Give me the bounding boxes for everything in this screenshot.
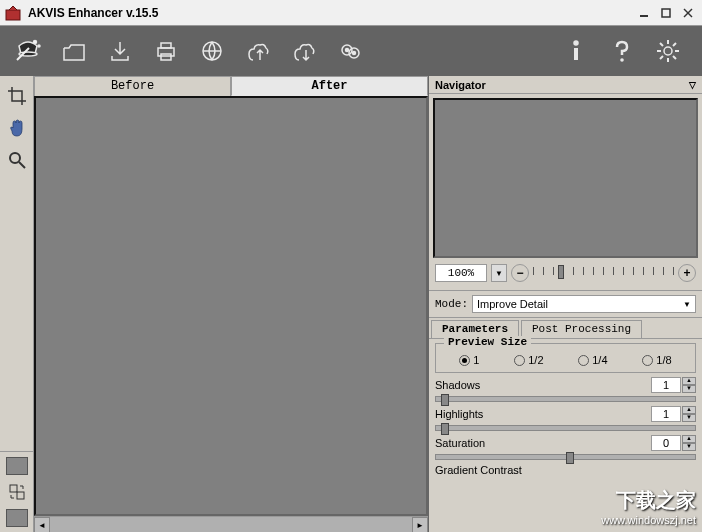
svg-line-22	[19, 162, 25, 168]
zoom-dropdown-icon[interactable]: ▼	[491, 264, 507, 282]
preview-size-eighth[interactable]: 1/8	[642, 354, 671, 366]
image-canvas[interactable]	[34, 96, 428, 516]
navigator-canvas[interactable]	[433, 98, 698, 258]
svg-point-17	[574, 41, 578, 45]
window-title: AKVIS Enhancer v.15.5	[28, 6, 632, 20]
wizard-icon[interactable]	[8, 31, 48, 71]
shadows-value[interactable]: 1	[651, 377, 681, 393]
print-icon[interactable]	[146, 31, 186, 71]
saturation-label: Saturation	[435, 437, 485, 449]
svg-rect-23	[10, 485, 17, 492]
svg-rect-24	[17, 492, 24, 499]
preview-size-legend: Preview Size	[444, 336, 531, 348]
share-icon[interactable]	[192, 31, 232, 71]
color-swatch-2[interactable]	[6, 509, 28, 527]
hand-tool-icon[interactable]	[3, 114, 31, 142]
svg-point-15	[346, 49, 349, 52]
highlights-down[interactable]: ▼	[682, 414, 696, 422]
highlights-up[interactable]: ▲	[682, 406, 696, 414]
shadows-label: Shadows	[435, 379, 480, 391]
shadows-slider[interactable]	[435, 396, 696, 402]
preview-size-quarter[interactable]: 1/4	[578, 354, 607, 366]
save-icon[interactable]	[100, 31, 140, 71]
saturation-slider[interactable]	[435, 454, 696, 460]
svg-rect-11	[161, 54, 171, 60]
tab-after[interactable]: After	[231, 76, 428, 96]
preview-size-1[interactable]: 1	[459, 354, 479, 366]
mode-value: Improve Detail	[477, 298, 548, 310]
export-preset-icon[interactable]	[284, 31, 324, 71]
zoom-out-button[interactable]: −	[511, 264, 529, 282]
horizontal-scrollbar[interactable]: ◄ ►	[34, 516, 428, 532]
tab-before[interactable]: Before	[34, 76, 231, 96]
svg-point-8	[38, 45, 40, 47]
svg-point-7	[34, 41, 37, 44]
highlights-slider[interactable]	[435, 425, 696, 431]
svg-rect-10	[161, 43, 171, 48]
open-icon[interactable]	[54, 31, 94, 71]
info-icon[interactable]	[556, 31, 596, 71]
swap-colors-icon[interactable]	[3, 478, 31, 506]
tab-post-processing[interactable]: Post Processing	[521, 320, 642, 338]
gradient-contrast-label: Gradient Contrast	[435, 464, 522, 476]
preview-size-half[interactable]: 1/2	[514, 354, 543, 366]
shadows-down[interactable]: ▼	[682, 385, 696, 393]
highlights-label: Highlights	[435, 408, 483, 420]
svg-point-21	[10, 153, 20, 163]
svg-rect-2	[662, 9, 670, 17]
mode-select[interactable]: Improve Detail ▼	[472, 295, 696, 313]
mode-label: Mode:	[435, 298, 468, 310]
main-toolbar	[0, 26, 702, 76]
saturation-down[interactable]: ▼	[682, 443, 696, 451]
maximize-button[interactable]	[656, 4, 676, 22]
crop-tool-icon[interactable]	[3, 82, 31, 110]
shadows-up[interactable]: ▲	[682, 377, 696, 385]
saturation-value[interactable]: 0	[651, 435, 681, 451]
help-icon[interactable]	[602, 31, 642, 71]
settings-icon[interactable]	[648, 31, 688, 71]
scroll-left-icon[interactable]: ◄	[34, 517, 50, 532]
svg-point-20	[664, 47, 672, 55]
svg-point-19	[620, 58, 624, 62]
navigator-header[interactable]: Navigator ▽	[429, 76, 702, 94]
navigator-title: Navigator	[435, 79, 486, 91]
svg-rect-18	[574, 48, 578, 60]
saturation-up[interactable]: ▲	[682, 435, 696, 443]
import-preset-icon[interactable]	[238, 31, 278, 71]
dropdown-icon: ▼	[683, 300, 691, 309]
svg-rect-0	[6, 10, 20, 20]
minimize-button[interactable]	[634, 4, 654, 22]
app-icon	[4, 4, 22, 22]
batch-icon[interactable]	[330, 31, 370, 71]
close-button[interactable]	[678, 4, 698, 22]
color-swatch-1[interactable]	[6, 457, 28, 475]
zoom-value[interactable]: 100%	[435, 264, 487, 282]
zoom-tool-icon[interactable]	[3, 146, 31, 174]
svg-point-16	[353, 52, 356, 55]
zoom-slider[interactable]	[533, 267, 674, 279]
tool-strip	[0, 76, 34, 532]
scroll-right-icon[interactable]: ►	[412, 517, 428, 532]
zoom-in-button[interactable]: +	[678, 264, 696, 282]
highlights-value[interactable]: 1	[651, 406, 681, 422]
chevron-down-icon[interactable]: ▽	[689, 80, 696, 90]
